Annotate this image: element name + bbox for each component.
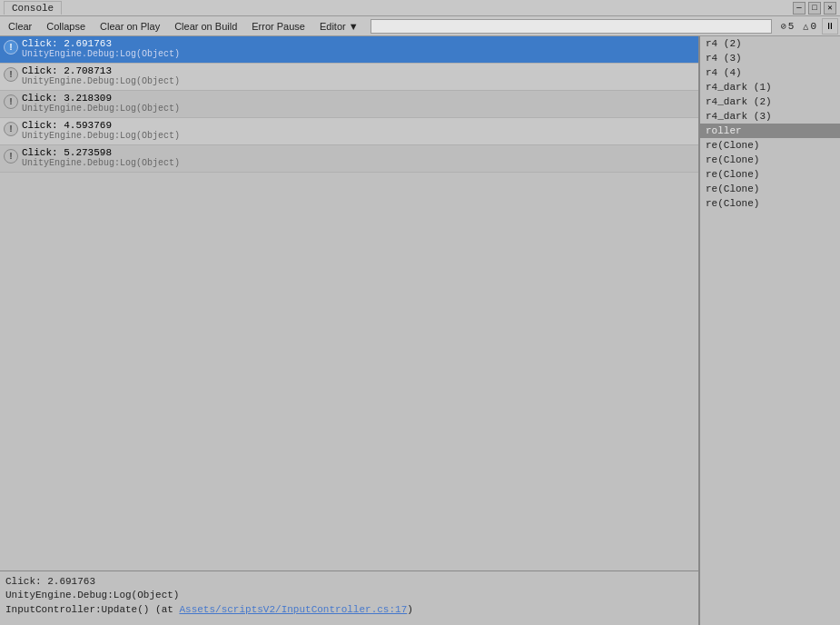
- warning-count: 0: [810, 21, 816, 32]
- clear-button[interactable]: Clear: [2, 18, 38, 35]
- sidebar-item[interactable]: r4 (3): [700, 51, 840, 65]
- toolbar-right: ⊘ 5 △ 0 ⏸: [777, 18, 838, 35]
- error-count: 5: [788, 21, 795, 32]
- sidebar-item[interactable]: r4 (4): [700, 65, 840, 80]
- clear-on-build-button[interactable]: Clear on Build: [168, 18, 243, 35]
- sidebar-item[interactable]: r4_dark (3): [700, 109, 840, 124]
- log-sub: UnityEngine.Debug:Log(Object): [22, 76, 180, 86]
- log-content: Click: 5.273598 UnityEngine.Debug:Log(Ob…: [22, 147, 180, 168]
- log-content: Click: 2.691763 UnityEngine.Debug:Log(Ob…: [22, 38, 180, 59]
- clear-on-play-button[interactable]: Clear on Play: [94, 18, 166, 35]
- log-item[interactable]: ! Click: 4.593769 UnityEngine.Debug:Log(…: [0, 118, 698, 145]
- sidebar-item[interactable]: re(Clone): [700, 167, 840, 182]
- log-content: Click: 2.708713 UnityEngine.Debug:Log(Ob…: [22, 65, 180, 86]
- warning-icon: △: [803, 21, 808, 32]
- window-controls: ─ □ ✕: [793, 2, 836, 15]
- log-main: Click: 2.691763: [22, 38, 180, 49]
- detail-line2: UnityEngine.Debug:Log(Object): [5, 589, 693, 602]
- log-sub: UnityEngine.Debug:Log(Object): [22, 49, 180, 59]
- log-main: Click: 3.218309: [22, 93, 180, 104]
- sidebar-item[interactable]: re(Clone): [700, 138, 840, 153]
- warning-badge[interactable]: △ 0: [799, 20, 820, 33]
- console-panel: ! Click: 2.691763 UnityEngine.Debug:Log(…: [0, 36, 699, 625]
- log-list: ! Click: 2.691763 UnityEngine.Debug:Log(…: [0, 36, 698, 570]
- close-button[interactable]: ✕: [824, 2, 836, 15]
- log-icon: !: [4, 40, 18, 55]
- title-bar: Console ─ □ ✕: [0, 0, 840, 16]
- detail-line1: Click: 2.691763: [5, 575, 693, 589]
- sidebar-item[interactable]: re(Clone): [700, 196, 840, 211]
- log-sub: UnityEngine.Debug:Log(Object): [22, 131, 180, 141]
- detail-line3: InputController:Update() (at Assets/scri…: [5, 603, 693, 617]
- log-item[interactable]: ! Click: 2.691763 UnityEngine.Debug:Log(…: [0, 36, 698, 64]
- collapse-button[interactable]: Collapse: [40, 18, 92, 35]
- log-main: Click: 4.593769: [22, 120, 180, 131]
- log-content: Click: 4.593769 UnityEngine.Debug:Log(Ob…: [22, 120, 180, 141]
- right-sidebar: r4 (2)r4 (3)r4 (4)r4_dark (1)r4_dark (2)…: [699, 36, 840, 625]
- error-badge[interactable]: ⊘ 5: [777, 20, 798, 33]
- search-input[interactable]: [371, 19, 772, 34]
- log-sub: UnityEngine.Debug:Log(Object): [22, 104, 180, 114]
- console-tab[interactable]: Console: [4, 1, 62, 15]
- detail-line3-prefix: InputController:Update() (at: [5, 604, 179, 615]
- log-icon: !: [4, 67, 18, 82]
- editor-dropdown-button[interactable]: Editor ▼: [313, 18, 365, 35]
- log-content: Click: 3.218309 UnityEngine.Debug:Log(Ob…: [22, 93, 180, 114]
- error-icon: ⊘: [781, 21, 786, 32]
- error-pause-button[interactable]: Error Pause: [245, 18, 311, 35]
- log-icon: !: [4, 122, 18, 136]
- log-main: Click: 2.708713: [22, 65, 180, 76]
- minimize-button[interactable]: ─: [793, 2, 805, 15]
- log-main: Click: 5.273598: [22, 147, 180, 158]
- sidebar-item[interactable]: r4_dark (1): [700, 80, 840, 94]
- detail-line3-suffix: ): [407, 604, 413, 615]
- log-item[interactable]: ! Click: 3.218309 UnityEngine.Debug:Log(…: [0, 91, 698, 118]
- sidebar-item[interactable]: r4_dark (2): [700, 94, 840, 109]
- main-layout: ! Click: 2.691763 UnityEngine.Debug:Log(…: [0, 36, 840, 625]
- toolbar: Clear Collapse Clear on Play Clear on Bu…: [0, 16, 840, 36]
- log-item[interactable]: ! Click: 2.708713 UnityEngine.Debug:Log(…: [0, 64, 698, 91]
- log-item[interactable]: ! Click: 5.273598 UnityEngine.Debug:Log(…: [0, 145, 698, 173]
- sidebar-item[interactable]: roller: [700, 124, 840, 138]
- sidebar-item[interactable]: re(Clone): [700, 153, 840, 167]
- detail-line3-link[interactable]: Assets/scriptsV2/InputController.cs:17: [179, 604, 407, 615]
- log-icon: !: [4, 94, 18, 109]
- maximize-button[interactable]: □: [808, 2, 821, 15]
- log-sub: UnityEngine.Debug:Log(Object): [22, 158, 180, 168]
- sidebar-item[interactable]: re(Clone): [700, 182, 840, 196]
- sidebar-item[interactable]: r4 (2): [700, 36, 840, 51]
- pause-button[interactable]: ⏸: [822, 18, 838, 35]
- log-icon: !: [4, 149, 18, 164]
- search-container: [371, 19, 772, 34]
- detail-panel: Click: 2.691763 UnityEngine.Debug:Log(Ob…: [0, 570, 698, 625]
